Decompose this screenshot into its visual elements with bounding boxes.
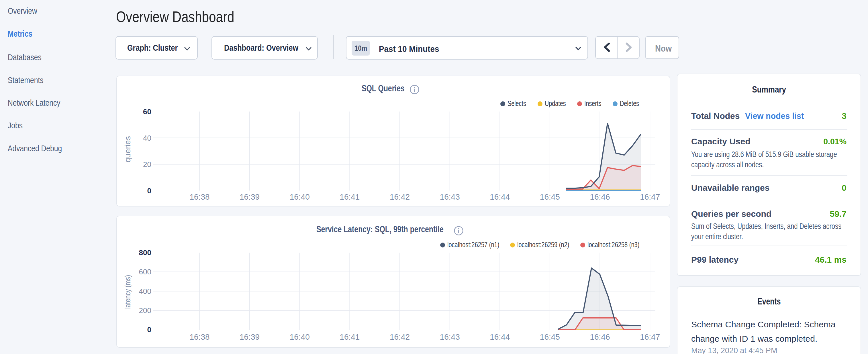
svg-text:200: 200 [139, 306, 151, 315]
svg-text:16:38: 16:38 [189, 192, 210, 201]
svg-text:16:44: 16:44 [490, 192, 510, 201]
svg-text:800: 800 [139, 248, 151, 257]
svg-text:16:47: 16:47 [640, 332, 660, 342]
svg-text:16:46: 16:46 [590, 192, 610, 201]
svg-text:16:46: 16:46 [590, 332, 610, 342]
svg-text:16:45: 16:45 [540, 332, 560, 342]
svg-text:16:42: 16:42 [390, 192, 410, 201]
svg-text:16:39: 16:39 [240, 192, 260, 201]
svg-text:16:40: 16:40 [290, 192, 310, 201]
svg-text:16:39: 16:39 [240, 332, 260, 342]
svg-text:400: 400 [139, 287, 151, 296]
svg-text:16:41: 16:41 [340, 332, 360, 342]
svg-text:16:44: 16:44 [490, 332, 510, 342]
svg-text:20: 20 [143, 160, 151, 169]
svg-text:40: 40 [143, 134, 151, 142]
svg-text:16:41: 16:41 [340, 192, 360, 201]
svg-text:16:47: 16:47 [640, 192, 660, 201]
svg-text:60: 60 [143, 107, 151, 116]
svg-text:16:45: 16:45 [540, 192, 560, 201]
svg-text:latency (ms): latency (ms) [123, 275, 132, 309]
svg-text:16:42: 16:42 [390, 332, 410, 342]
svg-text:queries: queries [123, 136, 132, 162]
svg-text:0: 0 [147, 325, 151, 334]
svg-text:0: 0 [147, 187, 151, 195]
svg-text:16:40: 16:40 [290, 332, 310, 342]
svg-text:16:38: 16:38 [189, 332, 210, 342]
svg-text:600: 600 [139, 267, 151, 276]
svg-text:16:43: 16:43 [440, 332, 460, 342]
svg-text:16:43: 16:43 [440, 192, 460, 201]
